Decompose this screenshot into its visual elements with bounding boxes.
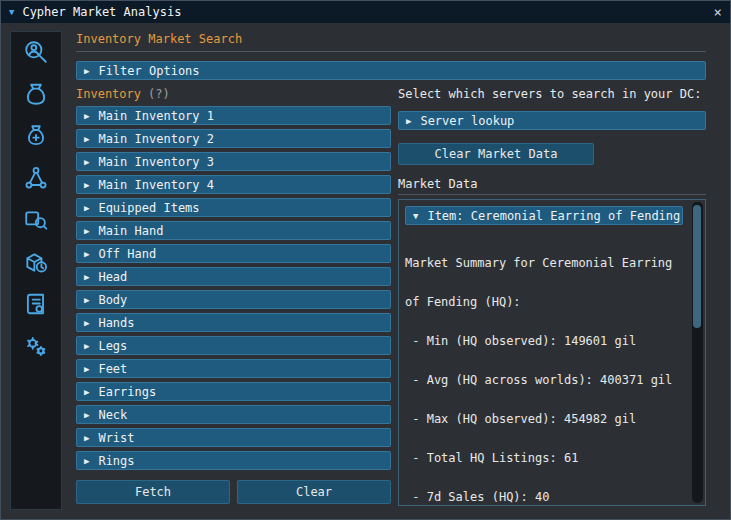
filter-options-header[interactable]: ▶ Filter Options	[76, 61, 706, 80]
inventory-section-header[interactable]: ▶Rings	[76, 451, 391, 470]
header-label: Main Inventory 1	[98, 109, 214, 123]
inventory-column: Inventory(?) ▶Main Inventory 1 ▶Main Inv…	[76, 87, 391, 504]
sidebar-button-network[interactable]	[22, 164, 50, 192]
chevron-right-icon: ▶	[84, 203, 89, 213]
chevron-right-icon: ▶	[84, 318, 89, 328]
summary-line: - Avg (HQ across worlds): 400371 gil	[405, 374, 683, 387]
inventory-section-header[interactable]: ▶Feet	[76, 359, 391, 378]
inventory-label: Inventory	[76, 87, 141, 101]
chevron-right-icon: ▶	[84, 111, 89, 121]
app-window: ▼ Cypher Market Analysis × Inven	[0, 0, 731, 520]
header-label: Neck	[98, 408, 127, 422]
sidebar	[10, 31, 62, 510]
clear-button[interactable]: Clear	[237, 480, 391, 504]
header-label: Wrist	[98, 431, 134, 445]
inventory-section-header[interactable]: ▶Off Hand	[76, 244, 391, 263]
summary-line: - Min (HQ observed): 149601 gil	[405, 335, 683, 348]
inventory-section-header[interactable]: ▶Main Inventory 3	[76, 152, 391, 171]
inventory-section-header[interactable]: ▶Wrist	[76, 428, 391, 447]
inventory-section-header[interactable]: ▶Earrings	[76, 382, 391, 401]
main-content: Inventory Market Search ▶ Filter Options…	[76, 32, 706, 506]
ledger-icon	[23, 291, 49, 317]
chevron-right-icon: ▶	[84, 364, 89, 374]
chevron-right-icon: ▶	[84, 387, 89, 397]
separator	[76, 51, 706, 52]
inventory-section-header[interactable]: ▶Main Inventory 1	[76, 106, 391, 125]
summary-line: Market Summary for Ceremonial Earring	[405, 257, 683, 270]
item-result-header[interactable]: ▼ Item: Ceremonial Earring of Fending (	[405, 206, 683, 225]
summary-line: - 7d Sales (HQ): 40	[405, 491, 683, 504]
chevron-right-icon: ▶	[406, 116, 411, 126]
inventory-section-list: ▶Main Inventory 1 ▶Main Inventory 2 ▶Mai…	[76, 106, 391, 470]
summary-line: - Max (HQ observed): 454982 gil	[405, 413, 683, 426]
chevron-right-icon: ▶	[84, 157, 89, 167]
chevron-right-icon: ▶	[84, 341, 89, 351]
chevron-right-icon: ▶	[84, 180, 89, 190]
header-label: Earrings	[98, 385, 156, 399]
select-servers-text: Select which servers to search in your D…	[398, 87, 706, 101]
header-label: Feet	[98, 362, 127, 376]
window-title: Cypher Market Analysis	[22, 5, 181, 19]
server-lookup-header[interactable]: ▶ Server lookup	[398, 111, 706, 130]
chevron-right-icon: ▶	[84, 410, 89, 420]
summary-line: of Fending (HQ):	[405, 296, 683, 309]
window-collapse-icon[interactable]: ▼	[9, 7, 14, 17]
inventory-section-header[interactable]: ▶Body	[76, 290, 391, 309]
header-label: Legs	[98, 339, 127, 353]
history-box-icon	[23, 249, 49, 275]
chevron-right-icon: ▶	[84, 134, 89, 144]
header-label: Head	[98, 270, 127, 284]
inventory-section-header[interactable]: ▶Hands	[76, 313, 391, 332]
header-label: Hands	[98, 316, 134, 330]
chevron-right-icon: ▶	[84, 272, 89, 282]
clear-market-data-button[interactable]: Clear Market Data	[398, 143, 594, 165]
market-data-panel: ▼ Item: Ceremonial Earring of Fending ( …	[398, 199, 706, 506]
fetch-button[interactable]: Fetch	[76, 480, 230, 504]
inventory-section-header[interactable]: ▶Head	[76, 267, 391, 286]
sidebar-button-supply-bag[interactable]	[22, 122, 50, 150]
sidebar-button-coin-pouch[interactable]	[22, 80, 50, 108]
inventory-help-marker[interactable]: (?)	[148, 87, 170, 101]
item-search-icon	[23, 207, 49, 233]
market-data-label: Market Data	[398, 177, 706, 191]
close-button[interactable]: ×	[714, 5, 722, 19]
inventory-section-header[interactable]: ▶Main Hand	[76, 221, 391, 240]
coin-pouch-icon	[23, 81, 49, 107]
header-label: Body	[98, 293, 127, 307]
sidebar-button-character-search[interactable]	[22, 38, 50, 66]
inventory-section-header[interactable]: ▶Neck	[76, 405, 391, 424]
market-data-scrollbar[interactable]	[692, 202, 703, 503]
character-search-icon	[23, 39, 49, 65]
chevron-down-icon: ▼	[413, 211, 418, 221]
supply-bag-icon	[23, 123, 49, 149]
chevron-right-icon: ▶	[84, 66, 89, 76]
header-label: Off Hand	[98, 247, 156, 261]
header-label: Rings	[98, 454, 134, 468]
header-label: Filter Options	[98, 64, 199, 78]
market-summary-text: Market Summary for Ceremonial Earring of…	[405, 231, 683, 506]
separator	[398, 194, 706, 195]
sidebar-button-item-search[interactable]	[22, 206, 50, 234]
inventory-section-header[interactable]: ▶Main Inventory 2	[76, 129, 391, 148]
chevron-right-icon: ▶	[84, 433, 89, 443]
chevron-right-icon: ▶	[84, 295, 89, 305]
chevron-right-icon: ▶	[84, 456, 89, 466]
network-icon	[23, 165, 49, 191]
header-label: Equipped Items	[98, 201, 199, 215]
inventory-section-header[interactable]: ▶Legs	[76, 336, 391, 355]
header-label: Main Inventory 2	[98, 132, 214, 146]
inventory-section-header[interactable]: ▶Equipped Items	[76, 198, 391, 217]
sidebar-button-settings[interactable]	[22, 332, 50, 360]
header-label: Main Inventory 4	[98, 178, 214, 192]
header-label: Item: Ceremonial Earring of Fending (	[427, 209, 683, 223]
summary-line: - Total HQ Listings: 61	[405, 452, 683, 465]
header-label: Main Hand	[98, 224, 163, 238]
sidebar-button-ledger[interactable]	[22, 290, 50, 318]
chevron-right-icon: ▶	[84, 249, 89, 259]
inventory-section-header[interactable]: ▶Main Inventory 4	[76, 175, 391, 194]
sidebar-button-history[interactable]	[22, 248, 50, 276]
scrollbar-thumb[interactable]	[693, 205, 701, 328]
header-label: Main Inventory 3	[98, 155, 214, 169]
settings-gears-icon	[23, 333, 49, 359]
chevron-right-icon: ▶	[84, 226, 89, 236]
